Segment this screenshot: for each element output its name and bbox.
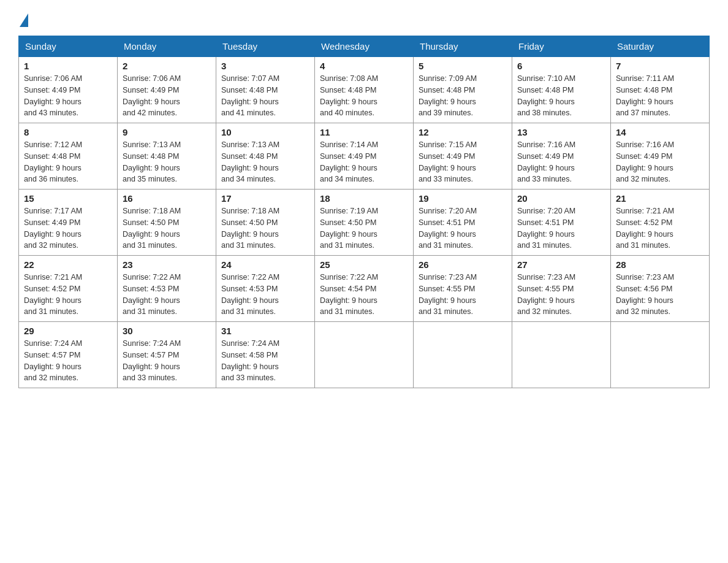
calendar-cell: 24 Sunrise: 7:22 AMSunset: 4:53 PMDaylig… [216,256,315,322]
day-info: Sunrise: 7:13 AMSunset: 4:48 PMDaylight:… [221,139,309,185]
day-info: Sunrise: 7:06 AMSunset: 4:49 PMDaylight:… [24,73,112,119]
calendar-cell: 10 Sunrise: 7:13 AMSunset: 4:48 PMDaylig… [216,123,315,190]
day-info: Sunrise: 7:11 AMSunset: 4:48 PMDaylight:… [616,73,704,119]
day-info: Sunrise: 7:22 AMSunset: 4:54 PMDaylight:… [320,272,408,318]
calendar-cell: 2 Sunrise: 7:06 AMSunset: 4:49 PMDayligh… [118,57,216,123]
calendar-cell: 18 Sunrise: 7:19 AMSunset: 4:50 PMDaylig… [315,190,414,256]
day-number: 8 [24,127,112,137]
day-number: 22 [24,259,112,270]
calendar-cell: 4 Sunrise: 7:08 AMSunset: 4:48 PMDayligh… [315,57,414,123]
day-number: 6 [517,61,605,71]
calendar-cell: 12 Sunrise: 7:15 AMSunset: 4:49 PMDaylig… [414,123,512,190]
day-info: Sunrise: 7:20 AMSunset: 4:51 PMDaylight:… [517,205,605,251]
day-number: 18 [320,193,408,204]
day-number: 30 [123,326,211,336]
calendar-cell: 5 Sunrise: 7:09 AMSunset: 4:48 PMDayligh… [414,57,512,123]
day-info: Sunrise: 7:20 AMSunset: 4:51 PMDaylight:… [419,205,507,251]
calendar-cell: 29 Sunrise: 7:24 AMSunset: 4:57 PMDaylig… [19,322,118,388]
day-info: Sunrise: 7:22 AMSunset: 4:53 PMDaylight:… [221,272,309,318]
calendar-cell: 30 Sunrise: 7:24 AMSunset: 4:57 PMDaylig… [118,322,216,388]
calendar-cell [315,322,414,388]
calendar-header-monday: Monday [118,36,216,57]
calendar-cell: 9 Sunrise: 7:13 AMSunset: 4:48 PMDayligh… [118,123,216,190]
calendar-week-row: 29 Sunrise: 7:24 AMSunset: 4:57 PMDaylig… [19,322,710,388]
calendar-cell: 13 Sunrise: 7:16 AMSunset: 4:49 PMDaylig… [512,123,611,190]
day-info: Sunrise: 7:14 AMSunset: 4:49 PMDaylight:… [320,139,408,185]
calendar-header-tuesday: Tuesday [216,36,315,57]
day-number: 11 [320,127,408,137]
day-number: 4 [320,61,408,71]
page-header [18,12,710,25]
calendar-week-row: 1 Sunrise: 7:06 AMSunset: 4:49 PMDayligh… [19,57,710,123]
logo [18,12,28,25]
calendar-cell [611,322,710,388]
day-info: Sunrise: 7:18 AMSunset: 4:50 PMDaylight:… [123,205,211,251]
calendar-cell: 14 Sunrise: 7:16 AMSunset: 4:49 PMDaylig… [611,123,710,190]
calendar-week-row: 15 Sunrise: 7:17 AMSunset: 4:49 PMDaylig… [19,190,710,256]
day-number: 13 [517,127,605,137]
day-info: Sunrise: 7:15 AMSunset: 4:49 PMDaylight:… [419,139,507,185]
day-number: 3 [221,61,309,71]
day-info: Sunrise: 7:07 AMSunset: 4:48 PMDaylight:… [221,73,309,119]
day-info: Sunrise: 7:24 AMSunset: 4:57 PMDaylight:… [123,338,211,384]
calendar-header-friday: Friday [512,36,611,57]
calendar-cell: 11 Sunrise: 7:14 AMSunset: 4:49 PMDaylig… [315,123,414,190]
day-info: Sunrise: 7:16 AMSunset: 4:49 PMDaylight:… [616,139,704,185]
day-info: Sunrise: 7:10 AMSunset: 4:48 PMDaylight:… [517,73,605,119]
calendar-header-wednesday: Wednesday [315,36,414,57]
day-info: Sunrise: 7:22 AMSunset: 4:53 PMDaylight:… [123,272,211,318]
day-info: Sunrise: 7:24 AMSunset: 4:58 PMDaylight:… [221,338,309,384]
calendar-cell: 3 Sunrise: 7:07 AMSunset: 4:48 PMDayligh… [216,57,315,123]
day-number: 14 [616,127,704,137]
day-number: 17 [221,193,309,204]
calendar-cell: 19 Sunrise: 7:20 AMSunset: 4:51 PMDaylig… [414,190,512,256]
calendar-table: SundayMondayTuesdayWednesdayThursdayFrid… [18,36,710,388]
day-info: Sunrise: 7:12 AMSunset: 4:48 PMDaylight:… [24,139,112,185]
day-info: Sunrise: 7:06 AMSunset: 4:49 PMDaylight:… [123,73,211,119]
day-number: 12 [419,127,507,137]
calendar-cell: 28 Sunrise: 7:23 AMSunset: 4:56 PMDaylig… [611,256,710,322]
day-info: Sunrise: 7:16 AMSunset: 4:49 PMDaylight:… [517,139,605,185]
day-number: 21 [616,193,704,204]
day-number: 23 [123,259,211,270]
day-number: 15 [24,193,112,204]
calendar-cell: 27 Sunrise: 7:23 AMSunset: 4:55 PMDaylig… [512,256,611,322]
calendar-cell: 6 Sunrise: 7:10 AMSunset: 4:48 PMDayligh… [512,57,611,123]
calendar-header-sunday: Sunday [19,36,118,57]
calendar-cell [512,322,611,388]
day-number: 26 [419,259,507,270]
day-info: Sunrise: 7:18 AMSunset: 4:50 PMDaylight:… [221,205,309,251]
calendar-cell: 26 Sunrise: 7:23 AMSunset: 4:55 PMDaylig… [414,256,512,322]
day-info: Sunrise: 7:21 AMSunset: 4:52 PMDaylight:… [616,205,704,251]
calendar-cell: 22 Sunrise: 7:21 AMSunset: 4:52 PMDaylig… [19,256,118,322]
day-number: 10 [221,127,309,137]
day-number: 2 [123,61,211,71]
day-info: Sunrise: 7:23 AMSunset: 4:56 PMDaylight:… [616,272,704,318]
calendar-cell: 21 Sunrise: 7:21 AMSunset: 4:52 PMDaylig… [611,190,710,256]
day-number: 9 [123,127,211,137]
day-info: Sunrise: 7:13 AMSunset: 4:48 PMDaylight:… [123,139,211,185]
calendar-cell: 23 Sunrise: 7:22 AMSunset: 4:53 PMDaylig… [118,256,216,322]
day-number: 7 [616,61,704,71]
day-info: Sunrise: 7:19 AMSunset: 4:50 PMDaylight:… [320,205,408,251]
day-info: Sunrise: 7:23 AMSunset: 4:55 PMDaylight:… [517,272,605,318]
day-number: 16 [123,193,211,204]
calendar-cell: 8 Sunrise: 7:12 AMSunset: 4:48 PMDayligh… [19,123,118,190]
calendar-cell: 20 Sunrise: 7:20 AMSunset: 4:51 PMDaylig… [512,190,611,256]
day-number: 28 [616,259,704,270]
calendar-week-row: 22 Sunrise: 7:21 AMSunset: 4:52 PMDaylig… [19,256,710,322]
calendar-cell: 15 Sunrise: 7:17 AMSunset: 4:49 PMDaylig… [19,190,118,256]
calendar-header-thursday: Thursday [414,36,512,57]
calendar-cell: 16 Sunrise: 7:18 AMSunset: 4:50 PMDaylig… [118,190,216,256]
calendar-cell: 25 Sunrise: 7:22 AMSunset: 4:54 PMDaylig… [315,256,414,322]
day-info: Sunrise: 7:09 AMSunset: 4:48 PMDaylight:… [419,73,507,119]
day-number: 20 [517,193,605,204]
calendar-cell: 17 Sunrise: 7:18 AMSunset: 4:50 PMDaylig… [216,190,315,256]
day-number: 29 [24,326,112,336]
day-info: Sunrise: 7:21 AMSunset: 4:52 PMDaylight:… [24,272,112,318]
day-number: 31 [221,326,309,336]
day-number: 1 [24,61,112,71]
day-number: 24 [221,259,309,270]
logo-triangle-icon [20,13,28,27]
calendar-header-row: SundayMondayTuesdayWednesdayThursdayFrid… [19,36,710,57]
